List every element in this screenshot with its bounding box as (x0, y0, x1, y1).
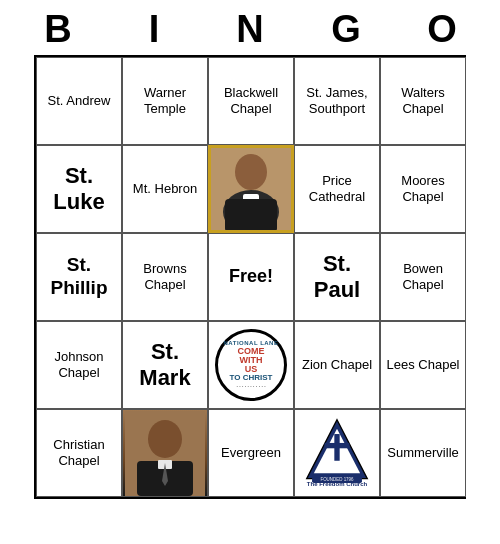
cell-r1-c4: St. James, Southport (294, 57, 380, 145)
cell-r5-c2-photo (122, 409, 208, 497)
svg-rect-4 (225, 199, 277, 232)
header-b: B (15, 8, 101, 51)
cell-r1-c5: Walters Chapel (380, 57, 466, 145)
person1-photo (211, 148, 291, 230)
bingo-grid: St. Andrew Warner Temple Blackwell Chape… (34, 55, 466, 499)
person2-photo (123, 410, 207, 496)
cell-r4-c3-seal: NATIONAL LANE COME WITH US TO CHRIST · ·… (208, 321, 294, 409)
svg-rect-13 (325, 443, 350, 448)
come-with-us-logo: NATIONAL LANE COME WITH US TO CHRIST · ·… (215, 329, 287, 401)
svg-point-1 (235, 154, 267, 190)
cell-r2-c4: Price Cathedral (294, 145, 380, 233)
cell-r5-c1: Christian Chapel (36, 409, 122, 497)
header-n: N (207, 8, 293, 51)
svg-point-6 (148, 420, 182, 458)
cell-r2-c3-photo (208, 145, 294, 233)
cell-r3-c3-free: Free! (208, 233, 294, 321)
bingo-header: B I N G O (10, 0, 490, 55)
cell-r3-c1: St. Phillip (36, 233, 122, 321)
cell-r4-c4: Zion Chapel (294, 321, 380, 409)
cell-r1-c1: St. Andrew (36, 57, 122, 145)
cell-r4-c2: St. Mark (122, 321, 208, 409)
cell-r1-c3: Blackwell Chapel (208, 57, 294, 145)
cell-r4-c1: Johnson Chapel (36, 321, 122, 409)
header-i: I (111, 8, 197, 51)
cell-r3-c4: St. Paul (294, 233, 380, 321)
freedom-church-logo: FOUNDED 1796 The Freedom Church (302, 418, 372, 488)
cell-r5-c5: Summerville (380, 409, 466, 497)
cell-r3-c2: Browns Chapel (122, 233, 208, 321)
cell-r5-c4-freedom: FOUNDED 1796 The Freedom Church (294, 409, 380, 497)
cell-r3-c5: Bowen Chapel (380, 233, 466, 321)
cell-r2-c1: St. Luke (36, 145, 122, 233)
header-g: G (303, 8, 389, 51)
cell-r5-c3: Evergreen (208, 409, 294, 497)
cell-r4-c5: Lees Chapel (380, 321, 466, 409)
cell-r1-c2: Warner Temple (122, 57, 208, 145)
cell-r2-c5: Moores Chapel (380, 145, 466, 233)
cell-r2-c2: Mt. Hebron (122, 145, 208, 233)
header-o: O (399, 8, 485, 51)
